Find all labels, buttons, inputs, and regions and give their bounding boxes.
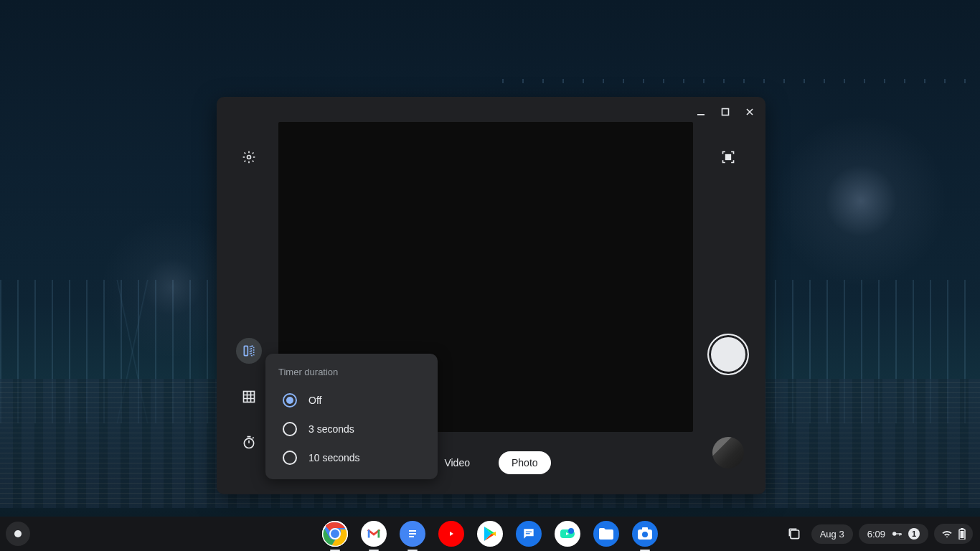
svg-rect-24: [378, 530, 380, 538]
timer-option-label: Off: [308, 395, 321, 406]
mirror-toggle-button[interactable]: [236, 338, 262, 364]
shelf-app-messages[interactable]: [516, 521, 542, 547]
svg-line-14: [253, 438, 254, 439]
svg-rect-16: [729, 155, 731, 157]
shelf-app-files[interactable]: [593, 521, 619, 547]
grid-toggle-button[interactable]: [236, 384, 262, 410]
docs-icon: [406, 526, 419, 542]
svg-rect-3: [244, 346, 248, 355]
camera-icon: [637, 527, 653, 540]
svg-rect-18: [729, 158, 731, 160]
svg-rect-43: [961, 531, 964, 538]
holding-space-icon: [787, 527, 801, 541]
chrome-icon: [322, 521, 348, 547]
svg-rect-28: [409, 536, 414, 537]
svg-rect-0: [697, 114, 705, 116]
gear-icon: [242, 150, 256, 164]
timer-icon: [242, 435, 256, 450]
svg-point-35: [642, 532, 648, 537]
svg-rect-36: [791, 530, 799, 539]
battery-icon: [958, 528, 966, 540]
shelf-app-gmail[interactable]: [361, 521, 387, 547]
shutter-button[interactable]: [707, 334, 749, 375]
duo-icon: [559, 525, 576, 542]
status-time: 6:09: [867, 529, 885, 540]
svg-rect-39: [899, 533, 900, 535]
radio-icon: [283, 422, 297, 436]
svg-rect-38: [896, 533, 901, 534]
camera-left-rail: [232, 97, 265, 494]
svg-rect-40: [900, 533, 901, 535]
play-store-icon: [483, 526, 497, 542]
svg-rect-23: [368, 530, 370, 538]
youtube-icon: [444, 529, 458, 539]
launcher-icon: [14, 530, 22, 537]
shelf-app-docs[interactable]: [400, 521, 425, 547]
timer-option-3s[interactable]: 3 seconds: [277, 415, 426, 443]
messages-icon: [522, 527, 536, 541]
timer-popup-title: Timer duration: [278, 367, 426, 377]
mirror-icon: [242, 344, 256, 358]
status-area: Aug 3 6:09 1: [783, 522, 980, 545]
files-icon: [598, 527, 614, 540]
date-pill[interactable]: Aug 3: [811, 524, 853, 544]
svg-rect-31: [526, 533, 530, 534]
shelf-apps: [322, 521, 658, 547]
shelf-app-chrome[interactable]: [322, 521, 348, 547]
svg-rect-34: [642, 527, 648, 530]
timer-option-10s[interactable]: 10 seconds: [277, 443, 426, 472]
radio-icon: [283, 393, 297, 408]
svg-point-32: [568, 528, 574, 534]
launcher-button[interactable]: [6, 522, 30, 546]
holding-space-button[interactable]: [783, 522, 806, 545]
radio-icon: [283, 451, 297, 465]
svg-rect-17: [726, 158, 728, 160]
svg-rect-27: [409, 533, 416, 534]
status-date: Aug 3: [820, 529, 844, 540]
quick-settings-pill[interactable]: 6:09 1: [859, 524, 928, 544]
timer-option-label: 3 seconds: [308, 423, 354, 435]
camera-right-rail: [707, 97, 750, 494]
notification-badge: 1: [908, 528, 920, 540]
gmail-icon: [366, 526, 382, 542]
vpn-key-icon: [891, 528, 903, 540]
svg-point-2: [248, 156, 251, 159]
timer-option-label: 10 seconds: [308, 452, 360, 463]
mode-video[interactable]: Video: [431, 451, 483, 474]
svg-rect-30: [526, 532, 532, 532]
shelf-app-play-store[interactable]: [477, 521, 503, 547]
timer-duration-popup: Timer duration Off 3 seconds 10 seconds: [265, 354, 438, 479]
wifi-icon: [941, 528, 953, 540]
shelf-app-youtube[interactable]: [438, 521, 464, 547]
svg-point-37: [892, 532, 896, 535]
svg-rect-5: [251, 346, 253, 355]
camera-app-window: Video Photo Timer duration Off 3 seconds…: [217, 97, 765, 494]
mode-photo[interactable]: Photo: [499, 451, 551, 474]
shelf-app-duo[interactable]: [555, 521, 580, 547]
svg-rect-6: [244, 392, 255, 402]
settings-button[interactable]: [236, 144, 262, 170]
shelf: Aug 3 6:09 1: [0, 517, 980, 551]
shelf-app-camera[interactable]: [632, 521, 658, 547]
svg-point-11: [244, 438, 253, 448]
svg-rect-26: [409, 530, 416, 532]
timer-option-off[interactable]: Off: [277, 386, 426, 415]
svg-rect-15: [726, 155, 728, 157]
qr-scan-button[interactable]: [715, 144, 741, 170]
grid-icon: [242, 390, 256, 404]
qr-scan-icon: [721, 150, 735, 164]
network-battery-pill[interactable]: [934, 524, 973, 544]
